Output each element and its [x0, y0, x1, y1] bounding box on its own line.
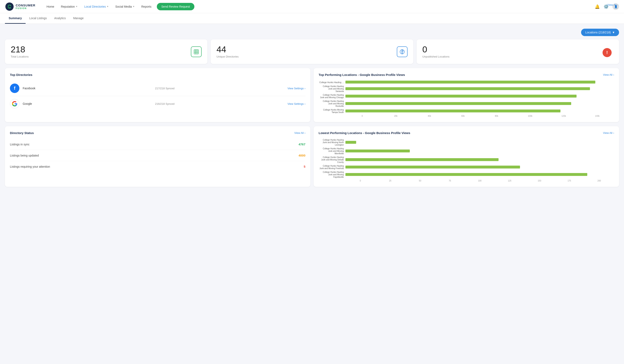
- top-performing-view-all[interactable]: View All ›: [603, 73, 614, 76]
- listings-attention-label: Listings requiring your attention: [10, 165, 50, 168]
- bar-row: College Hunks HaulingJunk and MovingRock…: [319, 100, 614, 107]
- top-directories-card: Top Directories f Facebook 217/218 Synce…: [5, 68, 310, 122]
- chevron-down-icon: ▼: [107, 5, 109, 8]
- bar-row: College Hunks HaulingJunk and Moving Nor…: [319, 139, 614, 146]
- locations-filter-button[interactable]: Locations (218/218) ▼: [581, 29, 619, 36]
- bar-row: College Hunks HaulingJunk and Moving Dek…: [319, 156, 614, 164]
- bar-row: College Hunks HaulingJunk and MovingFaye…: [319, 171, 614, 178]
- directory-status-card: Directory Status View All › Listings in …: [5, 126, 310, 187]
- lowest-performing-card: Lowest Performing Locations - Google Bus…: [314, 126, 619, 187]
- listings-requiring-attention: Listings requiring your attention 5: [10, 161, 305, 172]
- chevron-down-icon: ▼: [612, 31, 615, 34]
- stats-row: 218 Total Locations 44 Unique Directorie…: [5, 39, 619, 64]
- main-nav: Home Reputation ▼ Local Directories ▼ So…: [44, 3, 595, 10]
- directory-status-view-all[interactable]: View All ›: [294, 131, 305, 134]
- logo: CONSUMER FUSION: [5, 2, 35, 11]
- nav-social-media[interactable]: Social Media ▼: [112, 3, 138, 10]
- total-locations-value: 218: [11, 45, 29, 54]
- tab-manage[interactable]: Manage: [70, 13, 87, 24]
- lowest-performing-chart: College Hunks HaulingJunk and Moving Nor…: [319, 139, 614, 182]
- nav-reports[interactable]: Reports: [138, 3, 154, 10]
- nav-home[interactable]: Home: [44, 3, 57, 10]
- header: CONSUMER FUSION Home Reputation ▼ Local …: [0, 0, 624, 13]
- lowest-performing-view-all[interactable]: View All ›: [603, 131, 614, 134]
- bar-row: College Hunks HaulingJunk and Moving Chi…: [319, 94, 614, 99]
- stat-total-locations: 218 Total Locations: [5, 39, 208, 64]
- google-directory-item: Google 216/218 Synced View Settings ›: [10, 96, 305, 111]
- unique-directories-value: 44: [216, 45, 238, 54]
- unique-directories-label: Unique Directories: [216, 55, 238, 58]
- stat-unique-directories: 44 Unique Directories: [211, 39, 413, 64]
- listings-attention-value: 5: [304, 165, 305, 168]
- bar-row: College Hunks HaulingJunk and Moving Fre…: [319, 165, 614, 170]
- top-performing-chart: College Hunks Hauling ... College Hunks …: [319, 81, 614, 117]
- unpublished-label: Unpublished Locations: [422, 55, 450, 58]
- facebook-name: Facebook: [23, 87, 155, 90]
- logo-text: CONSUMER FUSION: [16, 3, 35, 9]
- chevron-right-icon: ›: [613, 73, 614, 76]
- google-name: Google: [23, 102, 155, 105]
- facebook-sync: 217/218 Synced: [155, 87, 288, 90]
- google-logo: [10, 99, 19, 108]
- alert-icon: !: [602, 48, 612, 57]
- bell-icon[interactable]: 🔔: [595, 4, 600, 9]
- listings-being-updated-value: 4000: [299, 154, 305, 157]
- chevron-down-icon: ▼: [133, 5, 135, 8]
- bar-row: College Hunks Hauling ...: [319, 81, 614, 84]
- locations-filter-row: Locations (218/218) ▼: [5, 29, 619, 36]
- chevron-right-icon: ›: [305, 131, 305, 134]
- locations-filter-label: Locations (218/218): [585, 31, 611, 34]
- tab-analytics[interactable]: Analytics: [51, 13, 70, 24]
- facebook-logo: f: [10, 84, 19, 93]
- listings-being-updated-label: Listings being updated: [10, 154, 39, 157]
- compass-icon: [397, 47, 408, 57]
- svg-rect-1: [194, 49, 199, 54]
- bottom-row: Directory Status View All › Listings in …: [5, 126, 619, 187]
- total-locations-label: Total Locations: [11, 55, 29, 58]
- stat-unpublished: View All › 0 Unpublished Locations !: [416, 39, 619, 64]
- bar-row: College Hunks MovingTampa South: [319, 109, 614, 114]
- main-content: Locations (218/218) ▼ 218 Total Location…: [0, 24, 624, 196]
- chevron-right-icon: ›: [617, 3, 618, 6]
- unpublished-view-all[interactable]: View All ›: [607, 3, 618, 6]
- chevron-down-icon: ▼: [76, 5, 78, 8]
- google-sync: 216/218 Synced: [155, 102, 288, 105]
- send-review-button[interactable]: Send Review Request: [157, 3, 195, 10]
- bar-row: College Hunks HaulingJunk and MovingMerr…: [319, 147, 614, 155]
- nav-reputation[interactable]: Reputation ▼: [58, 3, 81, 10]
- top-directories-title: Top Directories: [10, 73, 305, 76]
- google-settings-link[interactable]: View Settings ›: [287, 102, 305, 105]
- logo-icon: [5, 2, 14, 11]
- chevron-right-icon: ›: [613, 131, 614, 134]
- facebook-directory-item: f Facebook 217/218 Synced View Settings …: [10, 81, 305, 96]
- top-performing-card: Top Performing Locations - Google Busine…: [314, 68, 619, 122]
- tabs-bar: Summary Local Listings Analytics Manage: [0, 13, 624, 24]
- bar-row: College Hunks HaulingJunk and MovingSara…: [319, 85, 614, 93]
- nav-local-directories[interactable]: Local Directories ▼: [81, 3, 112, 10]
- tab-summary[interactable]: Summary: [5, 13, 26, 24]
- listings-in-sync-label: Listings in sync: [10, 143, 29, 146]
- tab-local-listings[interactable]: Local Listings: [26, 13, 51, 24]
- building-icon: [191, 47, 202, 57]
- unpublished-value: 0: [422, 45, 450, 54]
- directory-status-title: Directory Status: [10, 131, 34, 135]
- svg-point-0: [5, 2, 14, 11]
- top-performing-title: Top Performing Locations - Google Busine…: [319, 73, 405, 76]
- lowest-performing-title: Lowest Performing Locations - Google Bus…: [319, 131, 410, 135]
- listings-in-sync: Listings in sync 4767: [10, 139, 305, 150]
- facebook-settings-link[interactable]: View Settings ›: [287, 87, 305, 90]
- middle-row: Top Directories f Facebook 217/218 Synce…: [5, 68, 619, 122]
- listings-in-sync-value: 4767: [299, 143, 305, 146]
- listings-being-updated: Listings being updated 4000: [10, 150, 305, 161]
